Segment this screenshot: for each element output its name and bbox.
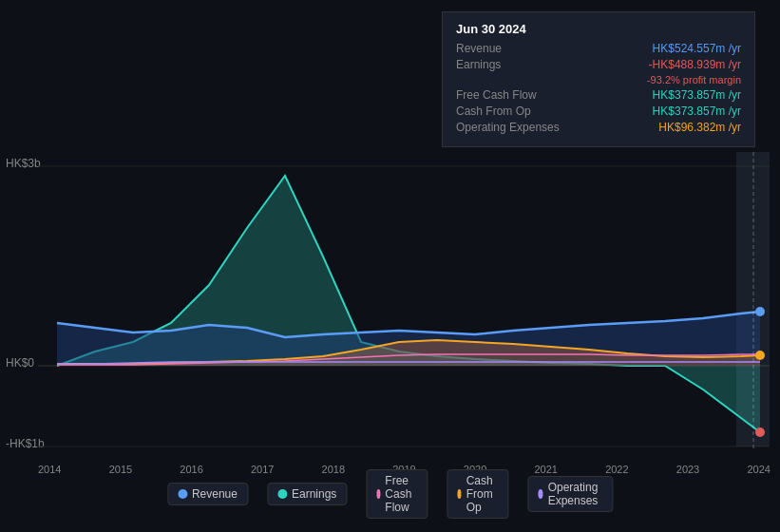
legend-fcf[interactable]: Free Cash Flow [366,469,428,519]
tooltip-row-opex: Operating Expenses HK$96.382m /yr [456,121,741,134]
tooltip-row-fcf: Free Cash Flow HK$373.857m /yr [456,88,741,102]
tooltip-value-opex: HK$96.382m /yr [658,121,741,134]
tooltip-value-cashfromop: HK$373.857m /yr [653,104,741,118]
tooltip-label-cashfromop: Cash From Op [456,104,580,118]
tooltip-box: Jun 30 2024 Revenue HK$524.557m /yr Earn… [442,11,755,147]
legend-label-opex: Operating Expenses [548,481,602,507]
x-label-2014: 2014 [38,464,61,475]
legend-opex[interactable]: Operating Expenses [527,476,613,512]
x-label-2024: 2024 [747,464,770,475]
svg-point-6 [755,428,765,437]
chart-container: Jun 30 2024 Revenue HK$524.557m /yr Earn… [0,0,780,532]
tooltip-profit-margin: -93.2% profit margin [456,74,741,86]
legend-cashfromop[interactable]: Cash From Op [447,469,508,519]
tooltip-label-earnings: Earnings [456,58,580,71]
x-label-2015: 2015 [109,464,132,475]
svg-point-7 [755,351,765,360]
legend-label-fcf: Free Cash Flow [385,474,417,514]
legend-dot-fcf [376,489,380,499]
tooltip-label-revenue: Revenue [456,42,580,55]
legend-dot-revenue [178,489,187,499]
legend-dot-earnings [277,489,287,499]
tooltip-row-cashfromop: Cash From Op HK$373.857m /yr [456,104,741,118]
legend: Revenue Earnings Free Cash Flow Cash Fro… [167,469,613,519]
legend-label-earnings: Earnings [292,487,336,501]
x-label-2023: 2023 [676,464,699,475]
legend-label-revenue: Revenue [192,487,238,501]
tooltip-date: Jun 30 2024 [456,22,741,36]
tooltip-value-fcf: HK$373.857m /yr [653,88,741,102]
tooltip-label-fcf: Free Cash Flow [456,88,580,102]
tooltip-value-earnings: -HK$488.939m /yr [649,58,741,71]
tooltip-label-opex: Operating Expenses [456,121,580,134]
tooltip-row-earnings: Earnings -HK$488.939m /yr [456,58,741,71]
legend-earnings[interactable]: Earnings [267,483,347,505]
tooltip-row-revenue: Revenue HK$524.557m /yr [456,42,741,55]
tooltip-value-revenue: HK$524.557m /yr [653,42,741,55]
legend-dot-cashfromop [457,489,461,499]
svg-point-5 [755,307,765,316]
legend-revenue[interactable]: Revenue [167,483,248,505]
legend-label-cashfromop: Cash From Op [466,474,499,514]
legend-dot-opex [538,489,542,499]
